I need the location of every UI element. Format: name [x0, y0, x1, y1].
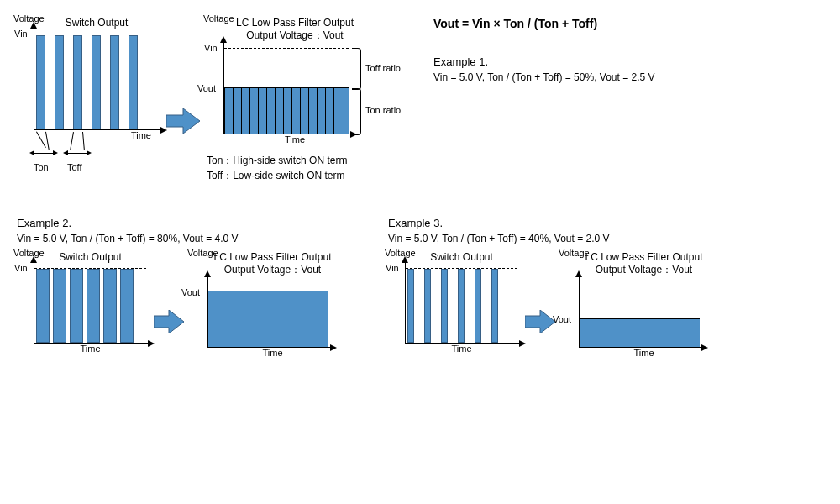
chart-title: Switch Output — [405, 251, 518, 263]
toff-brace — [352, 48, 361, 90]
vout-fill — [580, 318, 700, 347]
top-row: Voltage Switch Output Vin Time — [17, 17, 823, 183]
chart-switch-output-ex3: Voltage Switch Output Vin Time — [388, 251, 518, 354]
x-axis-label: Time — [34, 130, 160, 140]
x-arrow-icon — [160, 127, 167, 134]
svg-marker-1 — [154, 310, 184, 333]
svg-marker-0 — [166, 108, 200, 134]
pwm-bars — [407, 263, 508, 343]
svg-marker-2 — [525, 310, 555, 333]
ton-ratio-label: Ton ratio — [365, 105, 401, 115]
chart-lc-output-ex3: Voltage LC Low Pass Filter OutputOutput … — [562, 251, 709, 358]
y-axis-label: Voltage — [13, 248, 45, 258]
chart-title: Switch Output — [34, 251, 147, 263]
plot-frame: Vin — [34, 29, 160, 130]
toff-label: Toff — [67, 162, 82, 172]
example3-params: Vin = 5.0 V, Ton / (Ton + Toff) = 40%, V… — [388, 233, 709, 244]
vin-dashed-line — [224, 48, 349, 49]
ton-toff-annotation: Ton Toff — [34, 144, 160, 177]
plot-frame: Vin Vout Toff ratio Ton ratio — [223, 43, 350, 134]
chart-title: LC Low Pass Filter OutputOutput Voltage：… — [223, 17, 366, 43]
formula: Vout = Vin × Ton / (Ton + Toff) — [433, 17, 655, 30]
arrow-right-icon — [154, 310, 184, 333]
y-axis-label: Voltage — [385, 248, 416, 258]
chart-lc-output-top: Voltage LC Low Pass Filter OutputOutput … — [207, 17, 366, 183]
vout-fill — [208, 291, 328, 347]
y-axis-label: Voltage — [187, 248, 218, 258]
y-axis-label: Voltage — [13, 13, 45, 24]
arrow-right-icon — [166, 108, 200, 134]
chart-lc-output-ex2: Voltage LC Low Pass Filter OutputOutput … — [191, 251, 338, 358]
example2-params: Vin = 5.0 V, Ton / (Ton + Toff) = 80%, V… — [17, 233, 338, 244]
chart-switch-output-ex2: Voltage Switch Output Vin Time — [17, 251, 147, 354]
example2-title: Example 2. — [17, 217, 338, 229]
arrow-right-icon — [525, 310, 555, 333]
example1-params: Vin = 5.0 V, Ton / (Ton + Toff) = 50%, V… — [433, 71, 655, 83]
y-arrow-icon — [30, 22, 37, 29]
y-axis-label: Voltage — [203, 13, 234, 24]
chart-switch-output-top: Voltage Switch Output Vin Time — [17, 17, 160, 177]
ton-label: Ton — [34, 162, 49, 172]
example3-title: Example 3. — [388, 217, 709, 229]
toff-ratio-label: Toff ratio — [365, 63, 401, 73]
example1-title: Example 1. — [433, 55, 655, 68]
example3-block: Example 3. Vin = 5.0 V, Ton / (Ton + Tof… — [388, 217, 709, 358]
ton-toff-definitions: Ton：High-side switch ON term Toff：Low-si… — [207, 153, 366, 183]
vin-label: Vin — [204, 43, 218, 53]
pwm-bars — [36, 263, 137, 343]
chart-title: Switch Output — [34, 17, 160, 29]
y-arrow-icon — [220, 36, 227, 43]
ton-brace — [352, 88, 361, 135]
examples-row: Example 2. Vin = 5.0 V, Ton / (Ton + Tof… — [17, 217, 823, 358]
vin-label: Vin — [14, 29, 28, 39]
fill-stripes — [224, 88, 349, 134]
formula-and-example1: Vout = Vin × Ton / (Ton + Toff) Example … — [433, 17, 655, 90]
example2-block: Example 2. Vin = 5.0 V, Ton / (Ton + Tof… — [17, 217, 338, 358]
vout-label: Vout — [197, 83, 216, 93]
y-axis-label: Voltage — [559, 248, 590, 258]
x-axis-label: Time — [223, 134, 366, 144]
pwm-bars — [36, 29, 147, 129]
